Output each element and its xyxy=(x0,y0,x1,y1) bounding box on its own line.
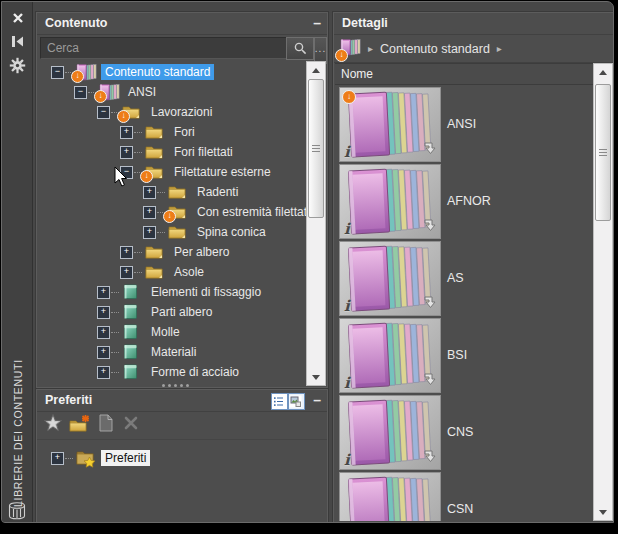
scrollbar-thumb[interactable] xyxy=(595,84,611,221)
insert-arrow-icon[interactable] xyxy=(423,371,438,390)
library-item-label: CSN xyxy=(447,502,473,516)
tree-connector xyxy=(134,152,142,153)
palette-dock-bar[interactable]: LIBRERIE DEI CONTENUTI xyxy=(2,2,33,522)
name-column-header[interactable]: Nome xyxy=(335,63,595,85)
tree-expander-plus-icon[interactable]: + xyxy=(120,126,133,139)
tree-item-elementi-di-fissaggio[interactable]: +Elementi di fissaggio xyxy=(38,282,308,302)
tree-item-lavorazioni[interactable]: −↓Lavorazioni xyxy=(38,102,308,122)
auto-hide-icon[interactable] xyxy=(9,33,26,50)
tree-expander-plus-icon[interactable]: + xyxy=(97,326,110,339)
tree-expander-minus-icon[interactable]: − xyxy=(74,86,87,99)
tree-expander-plus-icon[interactable]: + xyxy=(120,266,133,279)
folder-icon xyxy=(167,223,189,241)
library-item-csn[interactable]: iCSN xyxy=(335,470,595,521)
book-icon xyxy=(121,283,143,301)
scrollbar-down-button[interactable] xyxy=(307,369,325,385)
library-thumbnail[interactable]: i xyxy=(339,164,441,239)
properties-gear-icon[interactable] xyxy=(9,57,26,74)
palette-vertical-title: LIBRERIE DEI CONTENUTI xyxy=(8,365,26,507)
library-thumbnail[interactable]: i xyxy=(339,472,441,521)
library-thumbnail[interactable]: i xyxy=(339,241,441,316)
tree-item-preferiti[interactable]: +Preferiti xyxy=(38,448,326,468)
tree-expander-plus-icon[interactable]: + xyxy=(97,286,110,299)
insert-arrow-icon[interactable] xyxy=(423,294,438,313)
details-view-button[interactable] xyxy=(271,393,288,410)
tree-expander-minus-icon[interactable]: − xyxy=(97,106,110,119)
tree-expander-plus-icon[interactable]: + xyxy=(97,366,110,379)
info-icon[interactable]: i xyxy=(344,374,350,392)
browse-button[interactable]: ... xyxy=(314,37,327,64)
info-icon[interactable]: i xyxy=(344,143,350,161)
tree-item-per-albero[interactable]: +Per albero xyxy=(38,242,308,262)
scrollbar-thumb[interactable] xyxy=(308,79,324,218)
scrollbar-up-button[interactable] xyxy=(307,62,325,78)
tree-item-contenuto-standard[interactable]: −↓Contenuto standard xyxy=(38,62,308,82)
scrollbar-down-button[interactable] xyxy=(594,504,612,520)
new-folder-button[interactable] xyxy=(68,414,90,436)
tree-item-materiali[interactable]: +Materiali xyxy=(38,342,308,362)
tree-item-label: ANSI xyxy=(124,84,160,100)
library-item-label: ANSI xyxy=(447,117,476,131)
search-button[interactable] xyxy=(286,37,314,60)
search-input[interactable] xyxy=(40,37,292,59)
library-item-afnor[interactable]: iAFNOR xyxy=(335,162,595,239)
tree-expander-plus-icon[interactable]: + xyxy=(97,346,110,359)
tree-connector xyxy=(65,458,73,459)
tree-item-ansi[interactable]: −↓ANSI xyxy=(38,82,308,102)
insert-arrow-icon[interactable] xyxy=(423,217,438,236)
tree-item-con-estremita-filettate[interactable]: +↓Con estremità filettate xyxy=(38,202,308,222)
panel-splitter-handle[interactable] xyxy=(162,384,189,387)
library-thumbnail[interactable]: i xyxy=(339,395,441,470)
details-scrollbar[interactable] xyxy=(593,63,613,521)
info-icon[interactable]: i xyxy=(344,297,350,315)
tree-expander-minus-icon[interactable]: − xyxy=(51,66,64,79)
library-item-cns[interactable]: iCNS xyxy=(335,393,595,470)
image-view-button[interactable] xyxy=(288,393,305,410)
tree-expander-plus-icon[interactable]: + xyxy=(51,452,64,465)
breadcrumb-root-link[interactable]: Contenuto standard xyxy=(380,42,490,56)
tree-expander-plus-icon[interactable]: + xyxy=(143,206,156,219)
tree-item-label: Filettature esterne xyxy=(170,164,275,180)
new-palette-button[interactable] xyxy=(94,414,116,436)
tree-expander-plus-icon[interactable]: + xyxy=(143,186,156,199)
library-thumbnail[interactable]: ↓i xyxy=(339,87,441,162)
content-tree-scrollbar[interactable] xyxy=(306,61,326,386)
tree-expander-plus-icon[interactable]: + xyxy=(120,246,133,259)
insert-arrow-icon[interactable] xyxy=(423,140,438,159)
tree-item-forme-di-acciaio[interactable]: +Forme di acciaio xyxy=(38,362,308,382)
add-favorite-button[interactable] xyxy=(42,414,64,436)
tree-item-label: Con estremità filettate xyxy=(193,204,308,220)
library-item-label: AFNOR xyxy=(447,194,491,208)
tree-expander-minus-icon[interactable]: − xyxy=(120,166,133,179)
tree-connector xyxy=(111,332,119,333)
tree-item-asole[interactable]: +Asole xyxy=(38,262,308,282)
tree-item-molle[interactable]: +Molle xyxy=(38,322,308,342)
info-icon[interactable]: i xyxy=(344,220,350,238)
tree-connector xyxy=(134,252,142,253)
content-panel-header: Contenuto – xyxy=(37,13,327,35)
books-icon[interactable]: ↓ xyxy=(339,38,361,60)
library-item-as[interactable]: iAS xyxy=(335,239,595,316)
tree-item-spina-conica[interactable]: +Spina conica xyxy=(38,222,308,242)
favorites-minimize-button[interactable]: – xyxy=(313,391,321,409)
tree-expander-plus-icon[interactable]: + xyxy=(120,146,133,159)
tree-item-fori[interactable]: +Fori xyxy=(38,122,308,142)
tree-item-radenti[interactable]: +Radenti xyxy=(38,182,308,202)
tree-expander-plus-icon[interactable]: + xyxy=(143,226,156,239)
tree-connector xyxy=(111,372,119,373)
tree-item-filettature-esterne[interactable]: −↓Filettature esterne xyxy=(38,162,308,182)
library-item-bsi[interactable]: iBSI xyxy=(335,316,595,393)
insert-arrow-icon[interactable] xyxy=(423,448,438,467)
tree-expander-plus-icon[interactable]: + xyxy=(97,306,110,319)
tree-item-fori-filettati[interactable]: +Fori filettati xyxy=(38,142,308,162)
scrollbar-up-button[interactable] xyxy=(594,64,612,80)
close-icon[interactable] xyxy=(9,9,26,26)
breadcrumb-separator-icon: ▸ xyxy=(497,43,502,54)
delete-button[interactable] xyxy=(120,414,142,436)
content-minimize-button[interactable]: – xyxy=(313,14,321,32)
tree-item-parti-albero[interactable]: +Parti albero xyxy=(38,302,308,322)
library-item-ansi[interactable]: ↓iANSI xyxy=(335,85,595,162)
library-thumbnail[interactable]: i xyxy=(339,318,441,393)
trash-icon[interactable] xyxy=(6,500,28,522)
info-icon[interactable]: i xyxy=(344,451,350,469)
